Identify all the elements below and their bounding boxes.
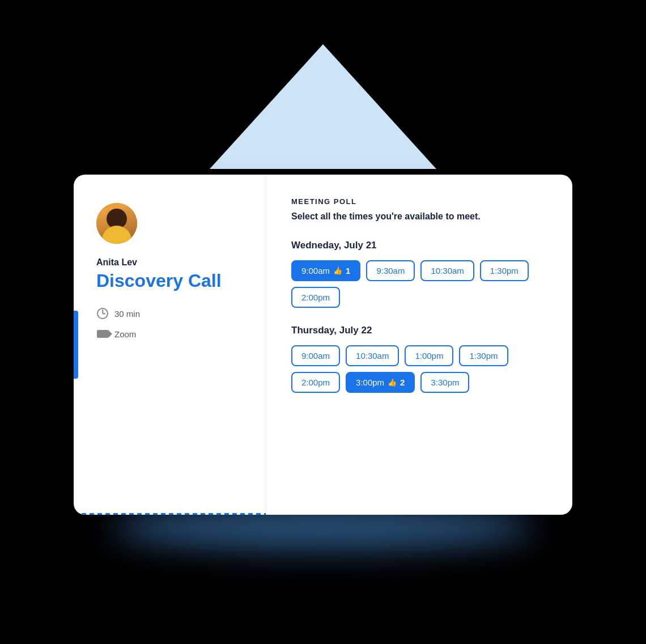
days-container: Wedneday, July 219:00am 👍 19:30am10:30am…	[291, 240, 547, 393]
left-panel: Anita Lev Discovery Call 30 min Zoom	[74, 175, 266, 515]
avatar	[96, 203, 137, 244]
poll-label: MEETING POLL	[291, 197, 547, 206]
clock-icon-wrapper	[96, 307, 109, 320]
time-slot-0-3[interactable]: 1:30pm	[480, 260, 529, 281]
time-slot-1-4[interactable]: 2:00pm	[291, 372, 340, 393]
time-slot-1-1[interactable]: 10:30am	[346, 345, 399, 366]
day-title-0: Wedneday, July 21	[291, 240, 547, 251]
vote-count: 1	[346, 266, 350, 276]
time-slot-0-0[interactable]: 9:00am 👍 1	[291, 260, 360, 281]
blue-accent-bar	[74, 311, 78, 379]
video-icon	[97, 330, 108, 338]
thumb-icon: 👍	[333, 266, 342, 275]
time-slot-1-6[interactable]: 3:30pm	[420, 372, 469, 393]
clock-icon	[97, 308, 108, 319]
platform-label: Zoom	[114, 329, 136, 339]
duration-label: 30 min	[114, 309, 140, 319]
platform-meta: Zoom	[96, 328, 243, 340]
day-section-1: Thursday, July 229:00am10:30am1:00pm1:30…	[291, 325, 547, 393]
day-section-0: Wedneday, July 219:00am 👍 19:30am10:30am…	[291, 240, 547, 308]
time-slot-1-5[interactable]: 3:00pm 👍 2	[346, 372, 415, 393]
thumb-icon: 👍	[388, 378, 397, 387]
scene: Anita Lev Discovery Call 30 min Zoom	[40, 44, 606, 600]
bottom-divider	[74, 513, 266, 515]
time-slot-1-3[interactable]: 1:30pm	[459, 345, 508, 366]
vote-count: 2	[400, 378, 405, 387]
triangle-decoration	[210, 44, 436, 169]
video-icon-wrapper	[96, 328, 109, 340]
time-slots-1: 9:00am10:30am1:00pm1:30pm2:00pm3:00pm 👍 …	[291, 345, 547, 393]
time-slot-0-2[interactable]: 10:30am	[420, 260, 474, 281]
host-name: Anita Lev	[96, 257, 243, 268]
right-panel: MEETING POLL Select all the times you're…	[266, 175, 572, 515]
time-slot-0-1[interactable]: 9:30am	[366, 260, 415, 281]
time-slot-0-4[interactable]: 2:00pm	[291, 287, 340, 308]
card-wrapper: Anita Lev Discovery Call 30 min Zoom	[74, 175, 572, 515]
avatar-image	[96, 203, 137, 244]
duration-meta: 30 min	[96, 307, 243, 320]
day-title-1: Thursday, July 22	[291, 325, 547, 336]
time-slots-0: 9:00am 👍 19:30am10:30am1:30pm2:00pm	[291, 260, 547, 308]
avatar-body	[102, 226, 131, 244]
time-slot-1-2[interactable]: 1:00pm	[405, 345, 453, 366]
time-slot-1-0[interactable]: 9:00am	[291, 345, 340, 366]
event-title: Discovery Call	[96, 270, 243, 291]
poll-subtitle: Select all the times you're available to…	[291, 211, 547, 222]
meeting-poll-card: Anita Lev Discovery Call 30 min Zoom	[74, 175, 572, 515]
